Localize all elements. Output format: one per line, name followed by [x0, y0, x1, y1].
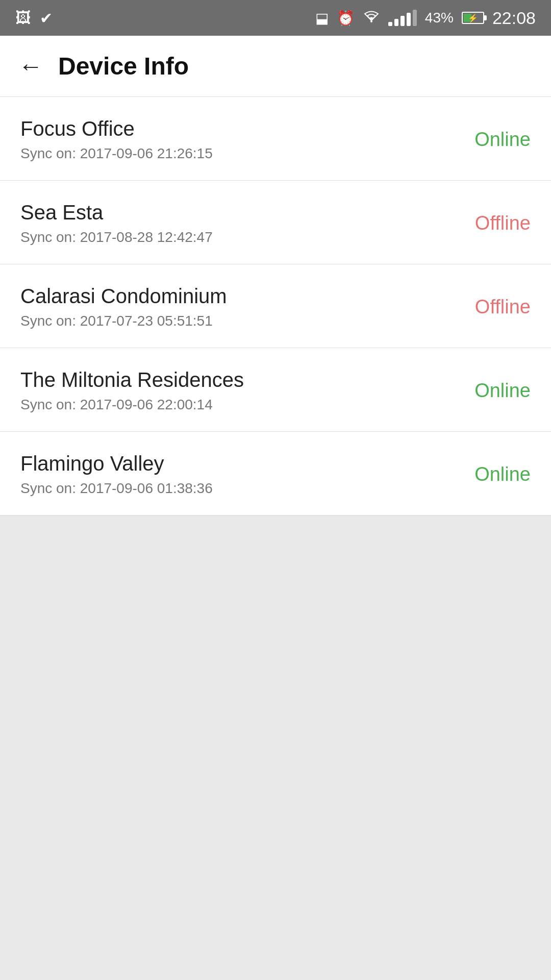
device-status-badge: Offline: [475, 212, 531, 234]
device-info-left: Focus OfficeSync on: 2017-09-06 21:26:15: [20, 117, 213, 162]
device-name: The Miltonia Residences: [20, 369, 244, 391]
device-item[interactable]: Sea EstaSync on: 2017-08-28 12:42:47Offl…: [0, 181, 551, 264]
status-bar: 🖼 ✔ ⬓ ⏰ 43%: [0, 0, 551, 36]
device-info-left: Calarasi CondominiumSync on: 2017-07-23 …: [20, 285, 227, 329]
battery-percentage: 43%: [425, 10, 454, 26]
device-item[interactable]: Focus OfficeSync on: 2017-09-06 21:26:15…: [0, 97, 551, 181]
device-list: Focus OfficeSync on: 2017-09-06 21:26:15…: [0, 97, 551, 516]
device-status-badge: Online: [474, 129, 531, 151]
empty-area: [0, 516, 551, 980]
device-item[interactable]: The Miltonia ResidencesSync on: 2017-09-…: [0, 348, 551, 432]
device-info-left: Flamingo ValleySync on: 2017-09-06 01:38…: [20, 452, 213, 497]
image-icon: 🖼: [15, 9, 31, 27]
alarm-icon: ⏰: [337, 10, 355, 27]
device-sync-time: Sync on: 2017-09-06 22:00:14: [20, 397, 244, 413]
header: ← Device Info: [0, 36, 551, 97]
device-name: Focus Office: [20, 117, 213, 140]
status-bar-right: ⬓ ⏰ 43% ⚡ 22: [315, 8, 536, 28]
device-sync-time: Sync on: 2017-07-23 05:51:51: [20, 313, 227, 329]
device-info-left: Sea EstaSync on: 2017-08-28 12:42:47: [20, 201, 213, 246]
status-bar-left: 🖼 ✔: [15, 9, 53, 27]
battery-icon: ⚡: [462, 12, 484, 24]
device-item[interactable]: Calarasi CondominiumSync on: 2017-07-23 …: [0, 264, 551, 348]
svg-point-0: [370, 20, 372, 22]
device-item[interactable]: Flamingo ValleySync on: 2017-09-06 01:38…: [0, 432, 551, 516]
bluetooth-icon: ⬓: [315, 10, 329, 27]
device-sync-time: Sync on: 2017-09-06 01:38:36: [20, 480, 213, 497]
page-title: Device Info: [58, 52, 189, 80]
device-name: Flamingo Valley: [20, 452, 213, 475]
task-icon: ✔: [40, 9, 53, 27]
device-sync-time: Sync on: 2017-08-28 12:42:47: [20, 229, 213, 246]
device-name: Calarasi Condominium: [20, 285, 227, 308]
wifi-icon: [363, 9, 380, 27]
device-name: Sea Esta: [20, 201, 213, 224]
back-button[interactable]: ←: [18, 54, 43, 79]
signal-icon: [388, 10, 417, 26]
status-time: 22:08: [492, 8, 536, 28]
device-info-left: The Miltonia ResidencesSync on: 2017-09-…: [20, 369, 244, 413]
device-status-badge: Online: [474, 463, 531, 485]
device-status-badge: Online: [474, 380, 531, 402]
device-sync-time: Sync on: 2017-09-06 21:26:15: [20, 145, 213, 162]
device-status-badge: Offline: [475, 296, 531, 318]
